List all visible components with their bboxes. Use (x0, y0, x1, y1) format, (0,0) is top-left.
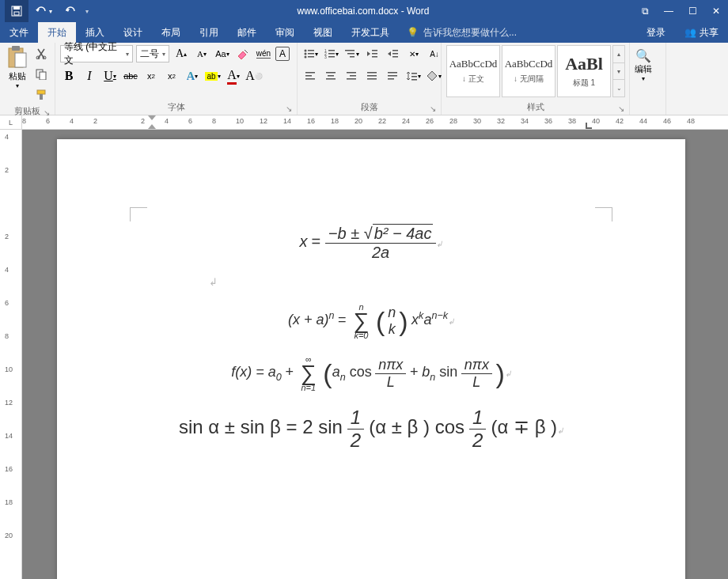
grow-font-button[interactable]: A▴ (173, 45, 190, 62)
tell-me-search[interactable]: 💡 告诉我您想要做什么... (399, 22, 637, 43)
minimize-button[interactable]: — (657, 0, 681, 22)
group-styles: AaBbCcDd↓ 正文 AaBbCcDd↓ 无间隔 AaBl标题 1 ▴ ▾ … (442, 43, 630, 115)
asian-layout-button[interactable]: ✕▾ (405, 45, 423, 62)
format-painter-button[interactable] (32, 86, 50, 104)
shading-button[interactable]: ▾ (426, 67, 443, 85)
svg-rect-44 (367, 78, 377, 80)
styles-scroll-up[interactable]: ▴ (613, 46, 624, 63)
equation-quadratic[interactable]: x = −b ± √b² − 4ac 2a ↲ (133, 225, 609, 262)
superscript-button[interactable]: x2 (163, 67, 180, 85)
distribute-button[interactable] (385, 67, 402, 85)
align-right-button[interactable] (343, 67, 361, 85)
ruler-horizontal[interactable]: 8642246810121416182022242628303234363840… (22, 115, 728, 129)
paste-label: 粘贴 (9, 70, 26, 82)
paragraph-launcher[interactable]: ↘ (430, 104, 436, 113)
document-page[interactable]: x = −b ± √b² − 4ac 2a ↲ ↲ (x + a)n = n∑k… (57, 139, 685, 579)
highlight-button[interactable]: ab▾ (204, 67, 222, 85)
document-title: www.officebai.com.docx - Word (93, 6, 633, 17)
tab-layout[interactable]: 布局 (152, 22, 190, 43)
styles-launcher[interactable]: ↘ (618, 104, 624, 113)
font-size-combo[interactable]: 二号▾ (136, 45, 169, 62)
svg-rect-21 (328, 53, 335, 55)
svg-rect-13 (308, 50, 314, 51)
right-indent-marker[interactable] (586, 123, 592, 129)
equation-binomial[interactable]: (x + a)n = n∑k=0 (nk) xkan−k↲ (133, 302, 609, 340)
svg-point-14 (305, 53, 307, 55)
align-left-button[interactable] (302, 67, 320, 85)
decrease-indent-button[interactable] (364, 45, 381, 62)
svg-rect-38 (326, 78, 336, 80)
text-effects-button[interactable]: A▾ (184, 67, 201, 85)
svg-rect-39 (347, 72, 356, 74)
clear-formatting-button[interactable] (234, 45, 252, 62)
svg-rect-45 (388, 72, 397, 74)
ribbon-options-button[interactable]: ⧉ (633, 0, 657, 22)
ruler-vertical[interactable]: 422468101214161820 (0, 130, 22, 579)
char-border-button[interactable]: A (275, 47, 290, 61)
bold-button[interactable]: B (60, 67, 78, 85)
shrink-font-button[interactable]: A▾ (193, 45, 210, 62)
font-family-combo[interactable]: 等线 (中文正文▾ (60, 45, 133, 62)
svg-rect-11 (40, 94, 43, 100)
font-group-label: 字体 (168, 102, 185, 112)
justify-button[interactable] (364, 67, 381, 85)
style-no-spacing[interactable]: AaBbCcDd↓ 无间隔 (502, 45, 555, 97)
line-spacing-button[interactable]: ▾ (405, 67, 423, 85)
svg-rect-42 (367, 72, 377, 74)
numbering-button[interactable]: 123▾ (323, 45, 340, 62)
save-button[interactable] (5, 0, 28, 22)
copy-button[interactable] (32, 66, 50, 83)
margin-corner-tl (130, 207, 147, 221)
subscript-button[interactable]: x2 (142, 67, 160, 85)
svg-rect-46 (388, 75, 397, 77)
undo-button[interactable]: ▾ (32, 0, 55, 22)
tab-file[interactable]: 文件 (0, 22, 38, 43)
cut-button[interactable] (32, 45, 50, 62)
equation-fourier[interactable]: f(x) = a0 + ∞∑n=1 (an cos nπxL + bn sin … (133, 354, 609, 392)
multilevel-list-button[interactable]: ▾ (343, 45, 361, 62)
first-line-indent-marker[interactable] (148, 115, 156, 120)
svg-text:3: 3 (324, 55, 327, 59)
align-center-button[interactable] (323, 67, 340, 85)
svg-rect-43 (367, 75, 377, 77)
bullets-button[interactable]: ▾ (302, 45, 320, 62)
ruler-horizontal-row: L 86422468101214161820222426283032343638… (0, 115, 728, 130)
equation-trig-sum[interactable]: sin α ± sin β = 2 sin 12 (α ± β ) cos 12… (133, 407, 609, 452)
hanging-indent-marker[interactable] (148, 124, 156, 129)
close-button[interactable]: ✕ (704, 0, 728, 22)
signin-button[interactable]: 登录 (637, 26, 675, 40)
font-launcher[interactable]: ↘ (286, 104, 292, 113)
find-button[interactable]: 🔍 编辑 ▾ (635, 45, 652, 82)
styles-gallery: AaBbCcDd↓ 正文 AaBbCcDd↓ 无间隔 AaBl标题 1 ▴ ▾ … (446, 45, 625, 97)
share-icon: 👥 (684, 27, 696, 38)
share-button[interactable]: 👥 共享 (678, 26, 725, 40)
italic-button[interactable]: I (81, 67, 98, 85)
strikethrough-button[interactable]: abc (122, 67, 139, 85)
maximize-button[interactable]: ☐ (681, 0, 704, 22)
tab-review[interactable]: 审阅 (266, 22, 304, 43)
tab-developer[interactable]: 开发工具 (342, 22, 399, 43)
document-scroll-area[interactable]: x = −b ± √b² − 4ac 2a ↲ ↲ (x + a)n = n∑k… (22, 130, 728, 579)
font-color-button[interactable]: A▾ (225, 67, 242, 85)
phonetic-guide-button[interactable]: wén (255, 45, 272, 62)
svg-point-12 (305, 50, 307, 52)
paste-button[interactable]: 粘贴 ▾ (5, 45, 29, 89)
change-case-button[interactable]: Aa▾ (214, 45, 231, 62)
underline-button[interactable]: U▾ (101, 67, 119, 85)
svg-rect-24 (345, 50, 355, 51)
styles-gallery-scroll: ▴ ▾ ⌄ (612, 45, 625, 97)
svg-rect-4 (12, 46, 20, 51)
increase-indent-button[interactable] (385, 45, 402, 62)
svg-rect-26 (350, 56, 355, 58)
sort-button[interactable]: A↓ (426, 45, 443, 62)
tab-references[interactable]: 引用 (190, 22, 228, 43)
ruler-corner[interactable]: L (0, 115, 22, 129)
tab-mailings[interactable]: 邮件 (228, 22, 266, 43)
tab-view[interactable]: 视图 (304, 22, 342, 43)
style-heading1[interactable]: AaBl标题 1 (557, 45, 611, 97)
styles-scroll-down[interactable]: ▾ (613, 63, 624, 81)
style-normal[interactable]: AaBbCcDd↓ 正文 (446, 45, 500, 97)
redo-button[interactable] (59, 0, 82, 22)
char-shading-button[interactable]: A⚪ (245, 67, 263, 85)
styles-expand[interactable]: ⌄ (613, 80, 624, 96)
